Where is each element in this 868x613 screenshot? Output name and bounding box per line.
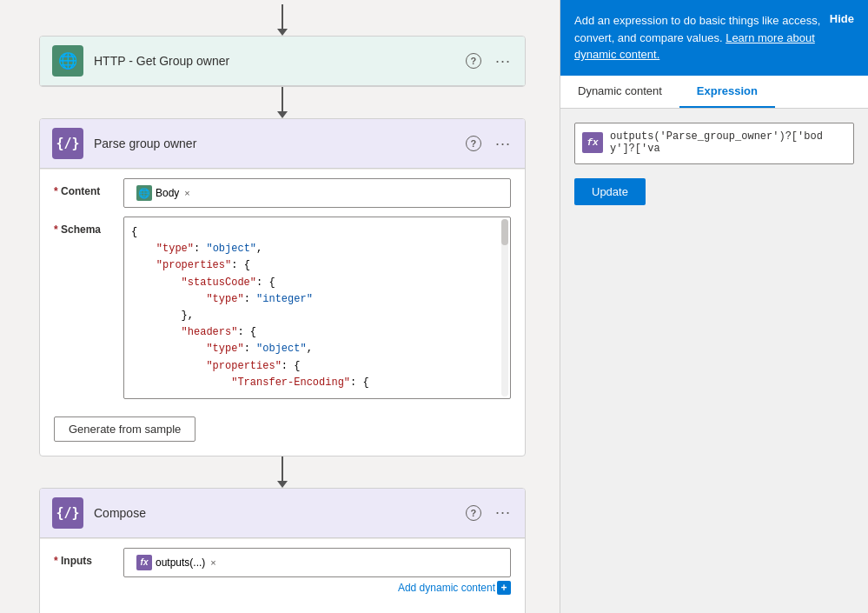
- inputs-field-wrapper: fx outputs(...) × Add dynamic content +: [123, 548, 511, 595]
- body-chip-icon: 🌐: [136, 185, 152, 201]
- compose-step-body: Inputs fx outputs(...) × Add dynamic con…: [40, 538, 525, 613]
- json-line-1: {: [131, 224, 503, 241]
- parse-step-card: {/} Parse group owner ? ··· Content 🌐 Bo…: [39, 118, 526, 456]
- http-menu-button[interactable]: ···: [494, 50, 513, 72]
- inputs-input[interactable]: fx outputs(...) ×: [123, 548, 511, 577]
- json-line-6: },: [131, 308, 503, 324]
- add-dynamic-row: Add dynamic content +: [123, 581, 511, 595]
- content-field-row: Content 🌐 Body ×: [54, 178, 511, 208]
- connector-arrow-2: [277, 481, 288, 488]
- connector-arrow-1: [277, 111, 288, 118]
- hide-button[interactable]: Hide: [830, 12, 854, 25]
- parse-help-icon: ?: [466, 136, 481, 151]
- connector-line-top: [282, 4, 283, 29]
- compose-menu-button[interactable]: ···: [494, 502, 513, 523]
- side-panel: Add an expression to do basic things lik…: [560, 0, 868, 613]
- parse-step-body: Content 🌐 Body × Schema { "type": "objec…: [40, 169, 525, 456]
- inputs-field-row: Inputs fx outputs(...) × Add dynamic con…: [54, 548, 511, 595]
- schema-scrollbar-thumb: [501, 219, 508, 245]
- schema-label: Schema: [54, 217, 123, 236]
- schema-field-row: Schema { "type": "object", "properties":…: [54, 217, 511, 399]
- http-help-icon: ?: [466, 53, 481, 69]
- add-dynamic-plus-icon: +: [497, 581, 511, 595]
- outputs-chip-close[interactable]: ×: [210, 557, 215, 568]
- http-step-title: HTTP - Get Group owner: [94, 54, 464, 68]
- compose-help-icon: ?: [466, 505, 481, 521]
- tab-expression[interactable]: Expression: [679, 76, 775, 108]
- json-line-7: "headers": {: [131, 324, 503, 341]
- side-panel-header: Add an expression to do basic things lik…: [560, 0, 868, 76]
- http-step-icon: 🌐: [52, 45, 83, 77]
- json-line-4: "statusCode": {: [131, 275, 503, 291]
- body-chip-close[interactable]: ×: [184, 188, 189, 198]
- outputs-chip-icon: fx: [136, 555, 152, 570]
- outputs-chip-text: outputs(...): [156, 556, 205, 569]
- json-line-9: "properties": {: [131, 358, 503, 375]
- json-line-5: "type": "integer": [131, 291, 503, 308]
- expression-input-area[interactable]: fx outputs('Parse_group_owner')?['body']…: [574, 123, 854, 164]
- outputs-chip: fx outputs(...) ×: [131, 553, 222, 572]
- side-panel-tabs: Dynamic content Expression: [560, 76, 868, 109]
- http-step-card: 🌐 HTTP - Get Group owner ? ···: [39, 36, 526, 87]
- connector-2: [277, 456, 288, 488]
- connector-1: [277, 87, 288, 118]
- schema-scrollbar[interactable]: [501, 219, 508, 396]
- update-button[interactable]: Update: [574, 178, 646, 205]
- parse-help-button[interactable]: ?: [464, 134, 483, 153]
- expression-text: outputs('Parse_group_owner')?['body']?['…: [610, 130, 846, 155]
- content-label: Content: [54, 178, 123, 197]
- compose-step-icon: {/}: [52, 497, 83, 529]
- body-chip-text: Body: [156, 187, 179, 199]
- add-dynamic-label: Add dynamic content: [398, 582, 495, 594]
- parse-step-header: {/} Parse group owner ? ···: [40, 119, 525, 169]
- schema-editor[interactable]: { "type": "object", "properties": { "sta…: [123, 217, 511, 399]
- json-line-2: "type": "object",: [131, 241, 503, 257]
- json-line-8: "type": "object",: [131, 341, 503, 357]
- parse-step-title: Parse group owner: [94, 137, 464, 150]
- http-step-header: 🌐 HTTP - Get Group owner ? ···: [40, 37, 525, 86]
- compose-step-header: {/} Compose ? ···: [40, 489, 525, 538]
- inputs-label: Inputs: [54, 548, 123, 567]
- generate-from-sample-button[interactable]: Generate from sample: [54, 416, 195, 442]
- parse-step-icon: {/}: [52, 128, 83, 159]
- top-connector: [277, 0, 288, 36]
- compose-step-title: Compose: [94, 506, 464, 520]
- body-chip: 🌐 Body ×: [131, 183, 195, 203]
- compose-help-button[interactable]: ?: [464, 503, 483, 523]
- fx-icon: fx: [582, 132, 603, 153]
- parse-menu-button[interactable]: ···: [494, 133, 513, 155]
- parse-step-actions: ? ···: [464, 133, 513, 155]
- content-input[interactable]: 🌐 Body ×: [123, 178, 511, 208]
- compose-step-card: {/} Compose ? ··· Inputs fx outputs(...)…: [39, 488, 526, 613]
- connector-line-1: [282, 87, 283, 111]
- connector-line-2: [282, 456, 283, 481]
- connector-arrow-top: [277, 29, 288, 36]
- http-help-button[interactable]: ?: [464, 51, 483, 70]
- add-dynamic-button[interactable]: Add dynamic content +: [398, 581, 511, 595]
- side-panel-header-text: Add an expression to do basic things lik…: [574, 12, 830, 63]
- json-line-10: "Transfer-Encoding": {: [131, 375, 503, 391]
- tab-dynamic-content[interactable]: Dynamic content: [560, 76, 679, 108]
- http-step-actions: ? ···: [464, 50, 513, 72]
- compose-step-actions: ? ···: [464, 502, 513, 523]
- json-line-3: "properties": {: [131, 257, 503, 274]
